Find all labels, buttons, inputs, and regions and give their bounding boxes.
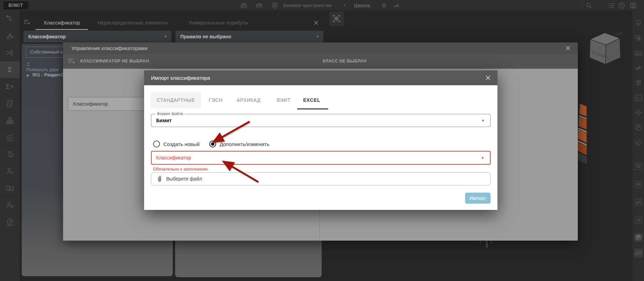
radio-create-new[interactable] [153,140,160,147]
svg-text:2: 2 [639,138,640,140]
manager-toolbar: КЛАССИФИКАТОР НЕ ВЫБРАН КЛАСС НЕ ВЫБРАН [63,54,578,69]
panel-close-icon[interactable] [313,20,319,26]
model-fragment [577,104,587,164]
view-cube-right-face-label[interactable]: Сзади [613,31,623,37]
isolate-box-icon[interactable] [634,162,643,171]
view-2d-icon[interactable]: 2D [0,95,20,112]
class-column-header: КЛАСС НЕ ВЫБРАН [323,54,366,69]
tab-unassigned-elements[interactable]: Нераспределённые элементы [91,17,174,29]
import-folder-icon[interactable] [0,180,20,197]
fit-view-button[interactable] [329,11,344,26]
tree-icon[interactable] [634,19,643,28]
panel-menu-icon[interactable] [23,19,30,26]
classifier-column-header: КЛАССИФИКАТОР НЕ ВЫБРАН [80,54,149,69]
import-tab-archicad[interactable]: АРХИКАД [233,92,264,108]
choose-file-label: Выберите файл [166,173,202,185]
clear-selection-icon[interactable] [634,216,643,225]
import-close-icon[interactable] [485,75,491,81]
caret-down-icon: ▼ [316,31,319,42]
expand-tree-button[interactable]: Развернуть дере [26,62,59,68]
right-toolbar: 12 [633,11,644,281]
graphs-icon[interactable] [0,129,20,146]
orbit-icon[interactable] [634,249,643,258]
classifier-menu-icon[interactable] [68,58,75,65]
import-mode-radios: Создать новый Дополнить/изменить [153,139,269,148]
tab-classifier[interactable]: Классификатор [34,17,90,29]
ruler-icon[interactable] [634,49,643,58]
import-modal-header: Импорт классификатора [144,70,497,85]
tree-node-label: 001 - Раздел-01 [32,72,67,77]
project-title: Школа. [354,0,371,11]
workspace-caret-icon[interactable]: ▼ [343,0,346,11]
svg-text:1: 1 [635,139,636,141]
import-tab-bimit[interactable]: BIMIT [273,92,294,108]
model-tree-icon[interactable] [0,11,20,28]
account-icon[interactable] [630,2,637,9]
svg-text:2D: 2D [8,102,12,105]
user-check-icon[interactable] [0,163,20,180]
dashboard-icon[interactable] [0,214,20,231]
shield-user-icon[interactable] [271,2,279,9]
search-icon[interactable] [585,2,593,9]
topbar-divider [582,0,582,11]
view-cube[interactable]: Справа Сзади [586,31,623,67]
user-location-icon[interactable] [0,197,20,214]
import-tab-gesn[interactable]: ГЭСН [206,92,225,108]
summary-icon[interactable]: Σ [0,61,20,78]
import-tab-standard[interactable]: СТАНДАРТНЫЕ [151,92,201,108]
floorplan-icon[interactable] [634,93,643,102]
match-icon[interactable] [0,45,20,61]
file-format-select[interactable]: Формат файла Бимит ▼ [151,114,491,127]
manager-dialog-title: Управление классификаторами [71,42,148,54]
team-icon[interactable] [255,2,263,9]
notifications-icon[interactable] [618,2,625,9]
paperclip-icon [157,175,162,182]
section-flip-icon[interactable] [634,64,643,72]
import-button[interactable]: Импорт [465,193,491,204]
classifier-filter-value: Классификатор [28,31,66,42]
gear-icon[interactable] [381,2,388,9]
rule-filter-value: Правило не выбрано [180,31,231,42]
radio-append-modify-label[interactable]: Дополнить/изменить [220,141,269,147]
classifier-filter-select[interactable]: Классификатор ▼ [23,31,171,42]
list-icon[interactable] [608,2,615,9]
model-fragment-bottom [477,241,494,250]
box-section-icon[interactable] [634,78,643,87]
import-classifier-modal: Импорт классификатора СТАНДАРТНЫЕ ГЭСН А… [144,70,497,210]
manager-dialog-header: Управление классификаторами [63,42,578,54]
workspace-selector[interactable]: Базовое пространство [283,0,332,11]
manager-close-icon[interactable] [565,45,571,51]
app-logo: BIMiT [3,1,28,9]
flag-icon[interactable] [634,123,643,132]
import-tab-excel[interactable]: EXCEL [296,92,327,108]
radio-create-new-label[interactable]: Создать новый [163,141,200,147]
target-classifier-select[interactable]: Классификатор ▼ [151,151,491,165]
caret-down-icon: ▼ [164,31,167,42]
toolbox-icon[interactable] [240,2,248,9]
show-eye-icon[interactable] [634,180,643,189]
focus-target-icon[interactable] [634,108,643,117]
app-root: BIMiT Базовое пространство ▼ Школа. [0,0,644,281]
select-similar-icon[interactable] [634,34,643,43]
share-icon[interactable] [393,2,400,9]
expand-collapse-icon [26,62,30,67]
tab-universal-attributes[interactable]: Универсальные атрибуты [182,17,254,29]
structure-icon[interactable] [0,112,20,129]
left-toolbar: Σ Σ+ 2D [0,11,20,281]
manager-classifier-select-value: Классификатор [73,97,108,110]
import-modal-title: Импорт классификатора [151,70,210,85]
relations-icon[interactable] [0,28,20,45]
solid-box-icon[interactable] [634,233,643,242]
hide-eye-icon[interactable] [634,198,643,207]
summary-add-icon[interactable]: Σ+ [0,78,20,95]
caret-down-icon: ▼ [481,114,485,127]
choose-file-field[interactable]: Выберите файл [151,172,491,185]
radio-append-modify[interactable] [209,140,216,147]
plugins-icon[interactable] [0,146,20,163]
caret-down-icon: ▼ [481,152,484,164]
dimensions-icon[interactable]: 12 [634,138,643,147]
rule-filter-select[interactable]: Правило не выбрано ▼ [175,31,323,42]
node-caret-icon[interactable]: ▶ [27,74,29,77]
tree-node[interactable]: ▶001 - Раздел-01 [27,71,67,78]
target-classifier-value: Классификатор [156,152,191,164]
